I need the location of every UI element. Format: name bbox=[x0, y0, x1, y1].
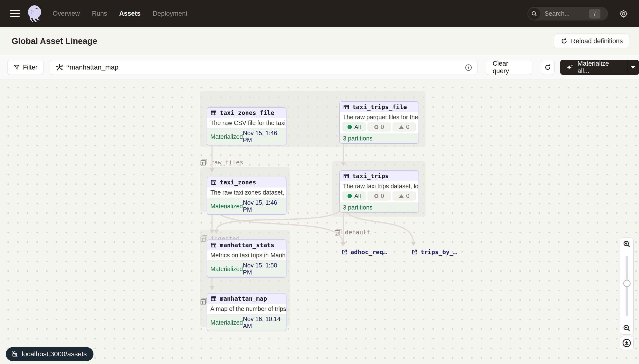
materialized-timestamp: Nov 16, 10:14 AM bbox=[243, 316, 283, 330]
asset-description: The raw taxi zones dataset, loaded int..… bbox=[207, 188, 286, 198]
asset-description: The raw taxi trips dataset, loaded into … bbox=[340, 181, 418, 192]
asset-name: taxi_zones bbox=[220, 179, 256, 186]
partition-badges: All00 bbox=[340, 122, 418, 134]
nav-right: Search... / bbox=[527, 7, 629, 20]
partition-failed-icon bbox=[399, 125, 404, 129]
asset-card-taxi_zones[interactable]: taxi_zones The raw taxi zones dataset, l… bbox=[207, 177, 286, 215]
status-url: localhost:3000/assets bbox=[22, 350, 87, 358]
partition-badges: All00 bbox=[340, 192, 418, 202]
asset-name: taxi_trips bbox=[352, 172, 389, 180]
asset-group-icon bbox=[334, 228, 342, 236]
refresh-button[interactable] bbox=[541, 60, 554, 75]
asset-query-input[interactable]: *manhattan_map bbox=[50, 60, 477, 75]
external-link-icon bbox=[341, 249, 348, 256]
download-image-button[interactable] bbox=[620, 336, 634, 350]
asset-card-header: manhattan_stats bbox=[207, 240, 286, 250]
asset-card-taxi_trips_file[interactable]: taxi_trips_file The raw parquet files fo… bbox=[339, 102, 419, 144]
group-label-raw_files[interactable]: raw_files bbox=[200, 158, 243, 166]
partition-all-icon bbox=[348, 194, 352, 198]
reload-definitions-button[interactable]: Reload definitions bbox=[554, 34, 629, 48]
materialized-timestamp: Nov 15, 1:46 PM bbox=[243, 130, 283, 144]
nav-item-deployment[interactable]: Deployment bbox=[153, 10, 187, 18]
partitions-summary: 3 partitions bbox=[343, 204, 372, 211]
asset-card-header: manhattan_map bbox=[207, 294, 286, 304]
external-asset-label: adhoc_req… bbox=[350, 248, 387, 256]
partition-failed-icon bbox=[399, 194, 404, 198]
dagster-logo-icon[interactable] bbox=[27, 5, 43, 23]
partition-badge[interactable]: All bbox=[342, 192, 366, 200]
materialize-all-button[interactable]: Materialize all... bbox=[560, 60, 627, 75]
asset-card-taxi_trips[interactable]: taxi_trips The raw taxi trips dataset, l… bbox=[339, 170, 419, 213]
zoom-out-button[interactable] bbox=[620, 322, 634, 334]
search-shortcut-badge: / bbox=[589, 9, 600, 18]
asset-name: taxi_trips_file bbox=[352, 104, 407, 110]
asset-card-footer: 3 partitions bbox=[340, 134, 418, 143]
asset-description: A map of the number of trips per taxi z.… bbox=[207, 304, 286, 314]
table-icon bbox=[343, 104, 349, 110]
nav-item-runs[interactable]: Runs bbox=[92, 10, 107, 18]
reload-icon bbox=[560, 38, 568, 45]
asset-card-header: taxi_zones bbox=[207, 177, 286, 188]
table-icon bbox=[210, 296, 217, 302]
nav-item-overview[interactable]: Overview bbox=[53, 10, 80, 18]
asset-card-footer: Materialized Nov 15, 1:46 PM bbox=[207, 198, 286, 214]
asset-lineage-graph[interactable]: raw_filesingesteddefaultmetrics taxi_zon… bbox=[0, 80, 639, 364]
zoom-controls bbox=[620, 238, 634, 350]
materialized-status: Materialized bbox=[210, 203, 243, 210]
materialize-all-label: Materialize all... bbox=[577, 60, 621, 75]
asset-card-manhattan_stats[interactable]: manhattan_stats Metrics on taxi trips in… bbox=[207, 240, 286, 278]
settings-gear-icon[interactable] bbox=[618, 8, 629, 19]
search-input[interactable]: Search... / bbox=[527, 7, 608, 20]
asset-card-header: taxi_trips bbox=[340, 171, 418, 181]
asset-description: The raw CSV file for the taxi zones dat.… bbox=[207, 118, 286, 128]
chevron-down-icon bbox=[630, 66, 635, 69]
materialized-status: Materialized bbox=[210, 133, 243, 140]
filter-label: Filter bbox=[23, 64, 38, 71]
asset-card-footer: 3 partitions bbox=[340, 202, 418, 212]
zoom-slider-thumb[interactable] bbox=[623, 280, 630, 287]
download-circle-icon bbox=[622, 338, 631, 348]
menu-icon[interactable] bbox=[10, 10, 20, 18]
asset-group-icon bbox=[200, 158, 208, 166]
filter-button[interactable]: Filter bbox=[7, 60, 44, 75]
filter-bar: Filter *manhattan_map Clear query bbox=[0, 55, 639, 80]
partition-badge[interactable]: 0 bbox=[392, 122, 416, 132]
partition-badge[interactable]: All bbox=[342, 122, 366, 132]
external-asset-adhoc_request[interactable]: adhoc_req… bbox=[341, 248, 387, 256]
page-title: Global Asset Lineage bbox=[12, 36, 97, 46]
partition-badge[interactable]: 0 bbox=[367, 192, 391, 200]
partition-badge[interactable]: 0 bbox=[367, 122, 391, 132]
edge-arrowhead bbox=[341, 242, 346, 246]
clear-query-label: Clear query bbox=[493, 60, 525, 75]
external-asset-label: trips_by_… bbox=[420, 248, 457, 256]
asset-name: manhattan_stats bbox=[220, 242, 274, 248]
table-icon bbox=[343, 173, 349, 179]
zoom-in-button[interactable] bbox=[620, 238, 634, 250]
partition-zero-icon bbox=[374, 194, 378, 198]
asset-card-footer: Materialized Nov 16, 10:14 AM bbox=[207, 314, 286, 331]
refresh-icon bbox=[544, 64, 551, 71]
table-icon bbox=[210, 110, 217, 116]
materialized-status: Materialized bbox=[210, 319, 243, 326]
clear-query-button[interactable]: Clear query bbox=[486, 60, 532, 75]
group-label-default[interactable]: default bbox=[334, 228, 370, 236]
asset-card-header: taxi_trips_file bbox=[340, 102, 418, 112]
asset-card-taxi_zones_file[interactable]: taxi_zones_file The raw CSV file for the… bbox=[207, 107, 286, 145]
info-icon[interactable] bbox=[465, 64, 472, 72]
asset-card-header: taxi_zones_file bbox=[207, 108, 286, 118]
dagster-app: Overview Runs Assets Deployment Search..… bbox=[0, 0, 639, 364]
partition-all-icon bbox=[348, 125, 352, 129]
title-bar: Global Asset Lineage Reload definitions bbox=[0, 27, 639, 55]
browser-status-pill: localhost:3000/assets bbox=[6, 347, 94, 361]
reload-label: Reload definitions bbox=[571, 38, 623, 45]
asset-card-manhattan_map[interactable]: manhattan_map A map of the number of tri… bbox=[207, 293, 286, 331]
partition-badge[interactable]: 0 bbox=[392, 192, 416, 200]
zoom-in-icon bbox=[622, 240, 631, 248]
search-placeholder: Search... bbox=[544, 10, 570, 18]
funnel-icon bbox=[13, 64, 20, 71]
asset-name: taxi_zones_file bbox=[220, 109, 274, 116]
materialize-dropdown-button[interactable] bbox=[627, 60, 639, 75]
nav-item-assets[interactable]: Assets bbox=[119, 10, 141, 18]
external-asset-trips_by_week[interactable]: trips_by_… bbox=[411, 248, 457, 256]
materialized-status: Materialized bbox=[210, 266, 243, 272]
